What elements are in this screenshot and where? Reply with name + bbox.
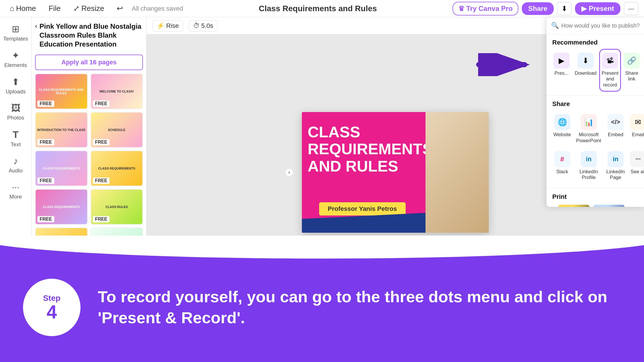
sidebar-item-more[interactable]: ··· More bbox=[2, 178, 29, 203]
embed-icon-box: </> bbox=[607, 114, 624, 130]
photos-icon: 🖼 bbox=[11, 103, 20, 113]
share-label: Share bbox=[528, 5, 547, 12]
print-section: Print bbox=[547, 188, 644, 207]
free-badge-8: FREE bbox=[93, 216, 110, 222]
share-title: Share bbox=[552, 100, 638, 108]
email-item[interactable]: ✉ Email bbox=[629, 112, 644, 146]
record-icon: 📽 bbox=[606, 56, 614, 65]
template-card-6[interactable]: CLASS REQUIREMENTS FREE bbox=[91, 151, 143, 186]
embed-item[interactable]: </> Embed bbox=[605, 112, 626, 146]
sidebar-item-uploads[interactable]: ⬆ Uploads bbox=[2, 73, 29, 98]
more-label: More bbox=[9, 194, 22, 200]
website-icon-box: 🌐 bbox=[554, 114, 570, 130]
home-button[interactable]: ⌂ Home bbox=[6, 2, 40, 15]
elements-icon: ✦ bbox=[12, 50, 20, 61]
slide-line2: REQUIREMENTS bbox=[308, 140, 431, 157]
link-icon: 🔗 bbox=[627, 56, 636, 65]
embed-icon: </> bbox=[611, 118, 620, 126]
template-card-3[interactable]: INTRODUCTION TO THE CLASS FREE bbox=[35, 112, 88, 148]
present-play-icon: ▶ bbox=[559, 56, 564, 65]
topnav-right: ♛ Try Canva Pro Share ⬇ ▶ Present ··· bbox=[453, 2, 638, 16]
download-dl-icon: ⬇ bbox=[582, 56, 589, 65]
sidebar-item-photos[interactable]: 🖼 Photos bbox=[2, 99, 29, 124]
template-card-4[interactable]: SCHEDULE FREE bbox=[91, 112, 143, 148]
download-button[interactable]: ⬇ bbox=[557, 2, 572, 15]
undo-button[interactable]: ↩ bbox=[113, 2, 127, 15]
sidebar-item-elements[interactable]: ✦ Elements bbox=[2, 47, 29, 72]
share-button[interactable]: Share bbox=[522, 2, 554, 15]
resize-button[interactable]: ⤢ Resize bbox=[69, 2, 108, 15]
recommended-title: Recommended bbox=[552, 39, 638, 46]
print-thumb-2[interactable] bbox=[593, 205, 625, 207]
present-record-item[interactable]: 📽 Present and record bbox=[601, 50, 620, 90]
more-icon: ··· bbox=[628, 5, 634, 12]
slide-line1: CLASS bbox=[308, 124, 431, 140]
recommended-section: Recommended ▶ Pres... ⬇ Download 📽 Prese… bbox=[547, 34, 644, 95]
email-icon-box: ✉ bbox=[630, 114, 644, 130]
sidebar-item-templates[interactable]: ⊞ Templates bbox=[2, 20, 29, 45]
free-badge-1: FREE bbox=[37, 101, 54, 107]
linkedin-profile-item[interactable]: in LinkedIn Profile bbox=[575, 149, 602, 183]
free-badge-3: FREE bbox=[37, 139, 54, 145]
file-button[interactable]: File bbox=[45, 2, 65, 15]
transition-icon: ⚡ bbox=[157, 22, 164, 30]
step-text: To record yourself, you can go to the th… bbox=[98, 286, 621, 328]
website-icon: 🌐 bbox=[558, 118, 567, 127]
template-card-2[interactable]: WELCOME TO CLASS! FREE bbox=[91, 74, 143, 109]
free-badge-7: FREE bbox=[37, 216, 54, 222]
publish-search-input[interactable] bbox=[561, 22, 639, 29]
template-card-5[interactable]: CLASS REQUIREMENTS FREE bbox=[35, 151, 88, 186]
topnav: ⌂ Home File ⤢ Resize ↩ All changes saved… bbox=[0, 0, 644, 17]
print-thumbs bbox=[552, 205, 638, 207]
trypro-button[interactable]: ♛ Try Canva Pro bbox=[453, 2, 518, 16]
home-icon: ⌂ bbox=[10, 4, 14, 13]
template-card-1[interactable]: CLASS REQUIREMENTS AND RULES FREE bbox=[35, 74, 88, 109]
website-item[interactable]: 🌐 Website bbox=[552, 112, 572, 146]
linkedin-page-item[interactable]: in LinkedIn Page bbox=[605, 149, 626, 183]
canvas-slide: CLASS REQUIREMENTS AND RULES Professor Y… bbox=[302, 112, 489, 233]
step-label: Step 4 bbox=[43, 294, 61, 321]
apply-all-button[interactable]: Apply all 16 pages bbox=[35, 55, 143, 70]
audio-label: Audio bbox=[9, 167, 23, 174]
timer-icon: ⏱ bbox=[193, 22, 200, 30]
see-all-icon-box: ··· bbox=[630, 151, 644, 167]
back-button[interactable]: ‹ bbox=[35, 22, 37, 30]
share-link-icon-box: 🔗 bbox=[624, 53, 640, 69]
saved-status: All changes saved bbox=[132, 5, 183, 12]
present-icon: ▶ bbox=[581, 5, 586, 13]
sidebar-item-audio[interactable]: ♪ Audio bbox=[2, 152, 29, 177]
duration-button[interactable]: ⏱ 5.0s bbox=[189, 20, 218, 32]
share-grid: 🌐 Website 📊 Microsoft PowerPoint </> Emb… bbox=[552, 112, 638, 183]
print-thumb-1[interactable] bbox=[558, 205, 590, 207]
present-item[interactable]: ▶ Pres... bbox=[552, 50, 571, 90]
linkedin-profile-icon: in bbox=[586, 155, 592, 163]
present-button[interactable]: ▶ Present bbox=[575, 2, 620, 15]
transition-button[interactable]: ⚡ Rise bbox=[152, 20, 183, 32]
slide-line3: AND RULES bbox=[308, 158, 431, 175]
free-badge-2: FREE bbox=[93, 101, 110, 107]
text-label: Text bbox=[11, 141, 21, 148]
more-options-button[interactable]: ··· bbox=[624, 2, 638, 15]
present-icon-box: ▶ bbox=[553, 53, 570, 69]
templates-grid: CLASS REQUIREMENTS AND RULES FREE WELCOM… bbox=[35, 74, 143, 263]
template-card-8[interactable]: CLASS RULES FREE bbox=[91, 189, 143, 225]
download-icon: ⬇ bbox=[561, 5, 567, 13]
share-link-item[interactable]: 🔗 Share link bbox=[622, 50, 641, 90]
file-label: File bbox=[49, 4, 61, 13]
see-all-item[interactable]: ··· See all bbox=[629, 149, 644, 183]
transition-label: Rise bbox=[166, 22, 179, 30]
slack-item[interactable]: # Slack bbox=[552, 149, 572, 183]
download-item[interactable]: ⬇ Download bbox=[574, 50, 598, 90]
topnav-center: Class Requirements and Rules bbox=[188, 4, 448, 13]
uploads-label: Uploads bbox=[6, 88, 26, 95]
topnav-left: ⌂ Home File ⤢ Resize ↩ All changes saved bbox=[6, 2, 183, 15]
download-icon-box: ⬇ bbox=[578, 53, 594, 69]
microsoft-item[interactable]: 📊 Microsoft PowerPoint bbox=[575, 112, 602, 146]
photos-label: Photos bbox=[7, 115, 24, 121]
template-card-7[interactable]: CLASS REQUIREMENTS FREE bbox=[35, 189, 88, 225]
email-icon: ✉ bbox=[635, 118, 641, 127]
sidebar-item-text[interactable]: T Text bbox=[2, 126, 29, 151]
linkedin-page-icon: in bbox=[613, 155, 618, 163]
publish-search: 🔍 bbox=[547, 17, 644, 34]
see-all-icon: ··· bbox=[635, 155, 641, 163]
